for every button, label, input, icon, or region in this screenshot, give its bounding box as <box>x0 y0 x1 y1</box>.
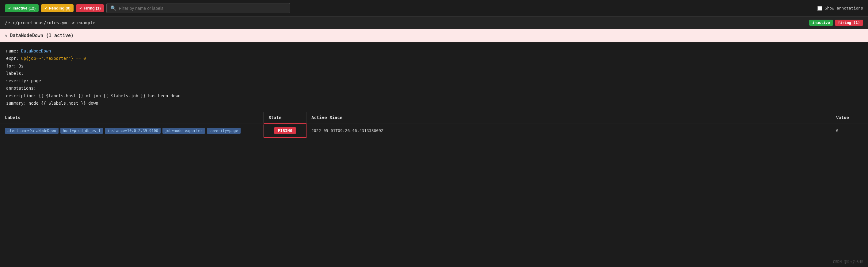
name-key: name: <box>6 49 19 53</box>
severity-val: page <box>31 78 41 83</box>
rule-details: name: DataNodeDown expr: up{job=~".*expo… <box>0 42 868 112</box>
filepath-text: /etc/prometheus/rules.yml > example <box>5 20 95 25</box>
severity-key: severity: <box>6 78 29 83</box>
summary-val: node {{ $labels.host }} down <box>29 101 98 106</box>
top-bar: ✓ Inactive (12) ✓ Pending (0) ✓ Firing (… <box>0 0 868 17</box>
search-input[interactable] <box>119 6 286 11</box>
label-tag: host=prod_db_es_1 <box>60 128 103 134</box>
col-labels-header: Labels <box>0 112 264 123</box>
col-state-header: State <box>264 112 307 123</box>
firing-state-badge: FIRING <box>274 127 296 134</box>
show-annotations-checkbox[interactable] <box>817 6 822 11</box>
inactive-btn-label: Inactive (12) <box>12 6 36 10</box>
summary-key: summary: <box>6 101 26 106</box>
rule-name-line: name: DataNodeDown <box>6 47 862 55</box>
rule-description-line: description: {{ $labels.host }} of job {… <box>6 92 862 100</box>
rule-group-title: DataNodeDown (1 active) <box>10 33 73 38</box>
inactive-badge: inactive <box>809 20 833 26</box>
for-val: 3s <box>19 63 24 69</box>
active-since-cell: 2022-05-01T09:26:46.431338009Z <box>307 125 831 136</box>
search-icon: 🔍 <box>110 5 117 11</box>
expr-key: expr: <box>6 56 19 61</box>
labels-section: Labels State Active Since Value alertnam… <box>0 112 868 138</box>
inactive-filter-button[interactable]: ✓ Inactive (12) <box>5 4 39 12</box>
rule-summary-line: summary: node {{ $labels.host }} down <box>6 100 862 107</box>
labels-tags: alertname=DataNodeDownhost=prod_db_es_1i… <box>0 125 264 137</box>
chevron-icon: ∨ <box>5 33 7 38</box>
badge-group: inactive firing (1) <box>809 20 863 26</box>
footer-credit: CSDN @玖○后大叔 <box>833 259 863 265</box>
rule-labels-line: labels: <box>6 70 862 77</box>
inactive-checkmark: ✓ <box>8 6 11 10</box>
label-tag: instance=10.0.2.39:9100 <box>105 128 161 134</box>
col-value-header: Value <box>831 112 868 123</box>
firing-filter-button[interactable]: ✓ Firing (1) <box>76 4 104 12</box>
label-tag: severity=page <box>207 128 241 134</box>
value-cell: 0 <box>831 125 868 136</box>
rule-group-header[interactable]: ∨ DataNodeDown (1 active) <box>0 29 868 42</box>
rule-expr-line: expr: up{job=~".*exporter"} == 0 <box>6 55 862 62</box>
labels-header-row: Labels State Active Since Value <box>0 112 868 123</box>
label-tag: job=node-exporter <box>162 128 205 134</box>
name-val: DataNodeDown <box>21 49 51 53</box>
annotations-label: Show annotations <box>817 6 863 11</box>
table-row: alertname=DataNodeDownhost=prod_db_es_1i… <box>0 123 868 138</box>
rule-severity-line: severity: page <box>6 77 862 84</box>
pending-checkmark: ✓ <box>44 6 47 10</box>
firing-checkmark: ✓ <box>79 6 82 10</box>
for-key: for: <box>6 63 16 69</box>
state-cell: FIRING <box>264 123 307 138</box>
pending-btn-label: Pending (0) <box>49 6 70 10</box>
filter-group: ✓ Inactive (12) ✓ Pending (0) ✓ Firing (… <box>5 4 104 12</box>
search-container: 🔍 <box>106 3 290 13</box>
rule-for-line: for: 3s <box>6 62 862 70</box>
annotations-key: annotations: <box>6 86 36 90</box>
firing-badge: firing (1) <box>835 20 863 26</box>
description-key: description: <box>6 93 36 98</box>
label-tag: alertname=DataNodeDown <box>5 128 59 134</box>
firing-btn-label: Firing (1) <box>84 6 101 10</box>
pending-filter-button[interactable]: ✓ Pending (0) <box>41 4 73 12</box>
rule-annotations-line: annotations: <box>6 84 862 92</box>
footer-credit-text: CSDN @玖○后大叔 <box>833 260 863 264</box>
expr-val: up{job=~".*exporter"} == 0 <box>21 56 86 61</box>
labels-key: labels: <box>6 71 24 76</box>
col-active-since-header: Active Since <box>307 112 831 123</box>
filepath-bar: /etc/prometheus/rules.yml > example inac… <box>0 17 868 29</box>
description-val: {{ $labels.host }} of job {{ $labels.job… <box>39 93 181 98</box>
show-annotations-text: Show annotations <box>825 6 863 10</box>
